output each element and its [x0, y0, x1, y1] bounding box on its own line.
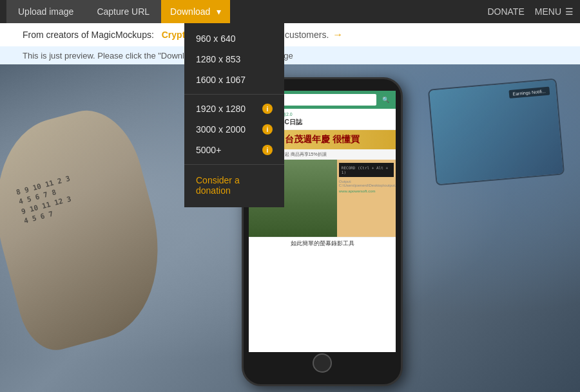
- header-right: DONATE MENU ☰: [487, 6, 574, 17]
- tablet-mockup: Earnings Notifi...: [428, 79, 565, 186]
- size-1920-option[interactable]: 1920 x 1280 i: [184, 98, 284, 119]
- upload-image-button[interactable]: Upload image: [6, 0, 85, 23]
- phone-footer-text: 如此簡單的螢幕錄影工具: [249, 237, 396, 250]
- size-1600-label: 1600 x 1067: [196, 75, 246, 85]
- info-bar: From creators of MagicMockups: CryptoChi…: [0, 23, 580, 46]
- size-1280-label: 1280 x 853: [196, 54, 240, 64]
- tablet-screen: Earnings Notifi...: [429, 80, 563, 185]
- size-5000-label: 5000+: [196, 145, 221, 155]
- download-dropdown: 960 x 640 1280 x 853 1600 x 1067 1920 x …: [184, 23, 284, 207]
- phone-home-button: [313, 353, 332, 373]
- tablet-notification: Earnings Notifi...: [508, 87, 550, 98]
- phone-search-button: 🔍: [379, 94, 392, 106]
- hint-bar: This is just preview. Please click the "…: [0, 46, 580, 64]
- arrow-icon: →: [333, 29, 343, 41]
- phone-terminal-link: www.apowersoft.com: [339, 189, 394, 194]
- menu-label: MENU: [535, 6, 561, 17]
- menu-icon: ☰: [565, 6, 574, 17]
- phone-terminal-path: Output: C:\Users\joenerd\Desktop\output.…: [339, 178, 394, 189]
- info-prefix: From creators of MagicMockups:: [23, 30, 154, 40]
- dropdown-divider-2: [184, 164, 284, 165]
- phone-sidebar-widget: RECORD (Ctrl + Alt + 1) Output: C:\Users…: [337, 160, 396, 237]
- menu-button[interactable]: MENU ☰: [535, 6, 574, 17]
- size-3000-option[interactable]: 3000 x 2000 i: [184, 119, 284, 140]
- donate-button[interactable]: DONATE: [487, 6, 524, 17]
- size-5000-option[interactable]: 5000+ i: [184, 140, 284, 160]
- phone-terminal-1: RECORD (Ctrl + Alt + 1): [339, 163, 394, 177]
- dropdown-divider: [184, 94, 284, 95]
- size-960-label: 960 x 640: [196, 33, 236, 44]
- size-1920-label: 1920 x 1280: [196, 104, 246, 114]
- main-area: 8 9 10 11 2 3 4 5 6 7 8 9 10 11 12 3 4 5…: [0, 64, 580, 392]
- header: Upload image Capture URL Download DONATE…: [0, 0, 580, 23]
- info-icon-1920: i: [262, 104, 273, 114]
- download-button[interactable]: Download: [161, 0, 230, 23]
- size-3000-label: 3000 x 2000: [196, 124, 246, 135]
- size-1600-option[interactable]: 1600 x 1067: [184, 70, 284, 90]
- size-960-option[interactable]: 960 x 640: [184, 28, 284, 49]
- info-icon-5000: i: [262, 145, 273, 155]
- size-1280-option[interactable]: 1280 x 853: [184, 49, 284, 70]
- capture-url-button[interactable]: Capture URL: [85, 0, 161, 23]
- info-icon-3000: i: [262, 124, 273, 135]
- consider-donation-link[interactable]: Consider a donation: [184, 169, 284, 202]
